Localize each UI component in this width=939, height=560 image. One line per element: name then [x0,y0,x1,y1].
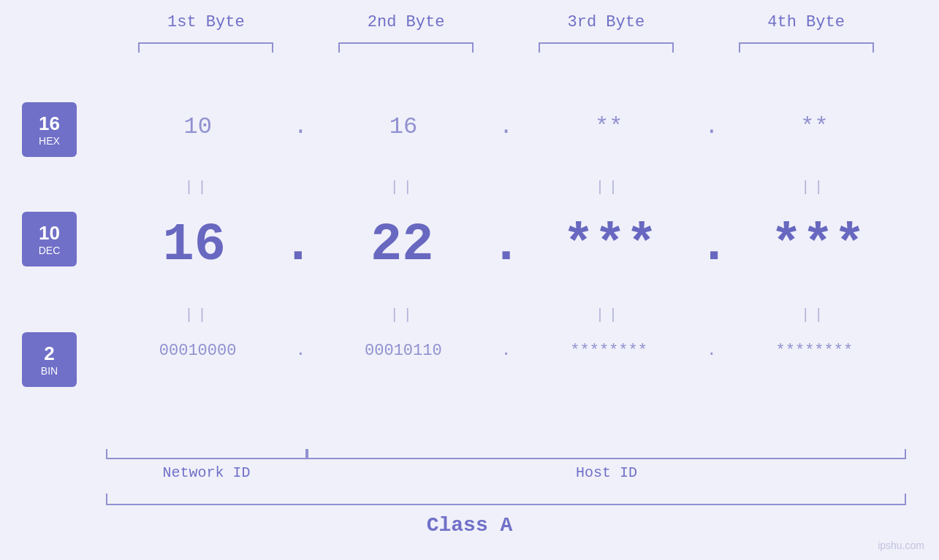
dec-val-1: 16 [106,215,282,275]
dec-badge-name: DEC [39,245,61,256]
hex-badge-name: HEX [39,135,60,147]
dec-val-2: 22 [314,215,490,275]
watermark: ipshu.com [878,540,924,551]
bin-badge-name: BIN [41,365,58,377]
hex-val-4: ** [723,113,906,140]
eq1-cell-1: || [106,179,289,196]
main-layout: 1st Byte 2nd Byte 3rd Byte 4th Byte 16 H… [0,0,939,560]
bracket-shape-1 [138,42,273,53]
dec-sep-2: . [490,215,522,275]
dec-badge: 10 DEC [22,212,77,266]
class-bracket [106,494,906,505]
dec-sep-1: . [282,215,313,275]
hex-val-3: ** [517,113,701,140]
hex-sep-2: . [495,113,517,140]
dec-val-3: *** [522,215,698,275]
bin-badge: 2 BIN [22,332,77,387]
dec-values-row: 16 . 22 . *** . *** [106,215,906,275]
hex-val-2: 16 [311,113,495,140]
byte-label-1: 1st Byte [106,13,306,31]
bin-val-3: ******** [517,342,701,360]
hex-badge-num: 16 [39,112,60,135]
dec-badge-num: 10 [39,222,60,245]
eq1-cell-3: || [517,179,701,196]
bin-sep-2: . [495,342,517,360]
host-id-label: Host ID [307,464,906,481]
bin-val-1: 00010000 [106,342,289,360]
byte-label-3: 3rd Byte [506,13,707,31]
bracket-shape-2 [338,42,474,53]
top-brackets-row [106,42,906,53]
bracket-shape-3 [539,42,674,53]
top-bracket-4 [706,42,906,53]
eq1-cell-2: || [311,179,495,196]
bin-sep-1: . [289,342,311,360]
byte-labels-row: 1st Byte 2nd Byte 3rd Byte 4th Byte [106,13,906,31]
top-bracket-3 [506,42,707,53]
host-id-bracket [307,449,906,459]
dec-sep-3: . [698,215,729,275]
bin-badge-num: 2 [44,342,54,365]
eq2-cell-2: || [311,307,495,323]
hex-values-row: 10 . 16 . ** . ** [106,113,906,140]
eq2-cell-4: || [723,307,906,323]
bin-val-2: 00010110 [311,342,495,360]
eq2-cell-3: || [517,307,701,323]
hex-badge: 16 HEX [22,102,77,157]
byte-label-4: 4th Byte [706,13,906,31]
bin-values-row: 00010000 . 00010110 . ******** . *******… [106,342,906,360]
equals-row-1: || || || || [106,179,906,196]
network-id-label: Network ID [106,464,307,481]
bracket-shape-4 [739,42,874,53]
dec-val-4: *** [730,215,906,275]
equals-row-2: || || || || [106,307,906,323]
hex-sep-3: . [701,113,723,140]
top-bracket-1 [106,42,306,53]
hex-val-1: 10 [106,113,289,140]
bin-sep-3: . [701,342,723,360]
byte-label-2: 2nd Byte [306,13,506,31]
network-id-bracket [106,449,307,459]
class-label: Class A [0,514,939,537]
hex-sep-1: . [289,113,311,140]
bin-val-4: ******** [723,342,906,360]
eq1-cell-4: || [723,179,906,196]
top-bracket-2 [306,42,506,53]
eq2-cell-1: || [106,307,289,323]
